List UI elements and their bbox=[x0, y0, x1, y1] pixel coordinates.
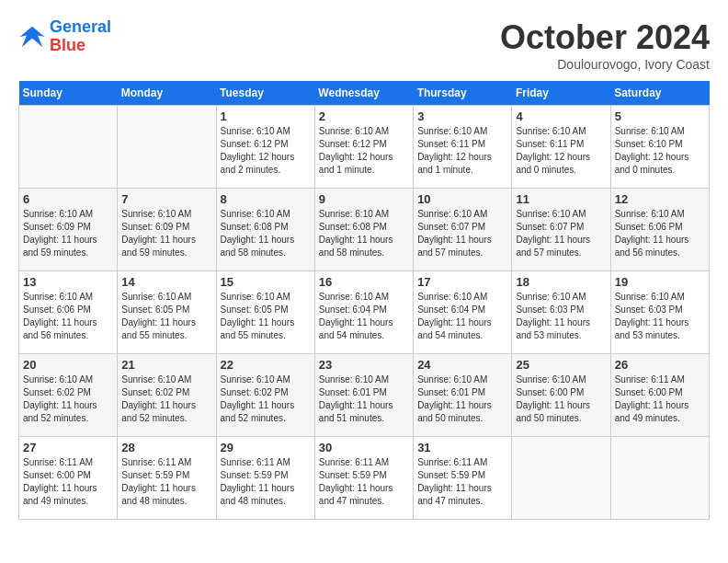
calendar-cell bbox=[512, 437, 610, 520]
page-header: General Blue October 2024 Doulourovogo, … bbox=[18, 18, 710, 72]
day-number: 10 bbox=[417, 192, 507, 206]
day-number: 6 bbox=[23, 192, 113, 206]
calendar-cell: 7Sunrise: 6:10 AM Sunset: 6:09 PM Daylig… bbox=[118, 189, 216, 271]
day-info: Sunrise: 6:10 AM Sunset: 6:05 PM Dayligh… bbox=[121, 291, 211, 342]
day-number: 4 bbox=[516, 109, 606, 123]
day-number: 2 bbox=[319, 109, 409, 123]
calendar-cell: 26Sunrise: 6:11 AM Sunset: 6:00 PM Dayli… bbox=[610, 354, 709, 437]
day-info: Sunrise: 6:11 AM Sunset: 6:00 PM Dayligh… bbox=[23, 456, 113, 508]
day-info: Sunrise: 6:10 AM Sunset: 6:12 PM Dayligh… bbox=[221, 125, 311, 177]
day-number: 18 bbox=[516, 275, 606, 289]
day-info: Sunrise: 6:10 AM Sunset: 6:07 PM Dayligh… bbox=[516, 208, 606, 259]
calendar-cell: 3Sunrise: 6:10 AM Sunset: 6:11 PM Daylig… bbox=[414, 106, 512, 189]
calendar-cell bbox=[118, 106, 216, 189]
day-info: Sunrise: 6:10 AM Sunset: 6:09 PM Dayligh… bbox=[23, 208, 113, 259]
day-info: Sunrise: 6:10 AM Sunset: 6:08 PM Dayligh… bbox=[319, 208, 409, 259]
calendar-cell: 29Sunrise: 6:11 AM Sunset: 5:59 PM Dayli… bbox=[216, 437, 314, 520]
calendar-week-4: 20Sunrise: 6:10 AM Sunset: 6:02 PM Dayli… bbox=[19, 354, 710, 437]
day-info: Sunrise: 6:10 AM Sunset: 6:04 PM Dayligh… bbox=[319, 291, 409, 342]
svg-marker-0 bbox=[20, 27, 45, 48]
calendar-cell: 4Sunrise: 6:10 AM Sunset: 6:11 PM Daylig… bbox=[512, 106, 610, 189]
calendar-cell: 1Sunrise: 6:10 AM Sunset: 6:12 PM Daylig… bbox=[216, 106, 314, 189]
weekday-friday: Friday bbox=[512, 81, 610, 106]
weekday-saturday: Saturday bbox=[610, 81, 709, 106]
day-number: 24 bbox=[417, 358, 507, 372]
day-number: 17 bbox=[417, 275, 507, 289]
day-number: 16 bbox=[319, 275, 409, 289]
day-number: 11 bbox=[516, 192, 606, 206]
calendar-cell: 27Sunrise: 6:11 AM Sunset: 6:00 PM Dayli… bbox=[19, 437, 118, 520]
day-info: Sunrise: 6:10 AM Sunset: 6:02 PM Dayligh… bbox=[121, 373, 211, 425]
day-info: Sunrise: 6:11 AM Sunset: 5:59 PM Dayligh… bbox=[417, 456, 507, 508]
weekday-tuesday: Tuesday bbox=[216, 81, 314, 106]
day-info: Sunrise: 6:10 AM Sunset: 6:01 PM Dayligh… bbox=[319, 373, 409, 425]
day-number: 13 bbox=[23, 275, 113, 289]
logo: General Blue bbox=[18, 18, 111, 55]
calendar-cell: 6Sunrise: 6:10 AM Sunset: 6:09 PM Daylig… bbox=[19, 189, 118, 271]
day-number: 15 bbox=[221, 275, 311, 289]
calendar-cell: 15Sunrise: 6:10 AM Sunset: 6:05 PM Dayli… bbox=[216, 271, 314, 354]
day-number: 19 bbox=[615, 275, 705, 289]
logo-text: General Blue bbox=[50, 18, 111, 55]
calendar-cell: 8Sunrise: 6:10 AM Sunset: 6:08 PM Daylig… bbox=[216, 189, 314, 271]
calendar-table: SundayMondayTuesdayWednesdayThursdayFrid… bbox=[18, 81, 710, 520]
day-info: Sunrise: 6:10 AM Sunset: 6:10 PM Dayligh… bbox=[615, 125, 705, 177]
calendar-cell: 13Sunrise: 6:10 AM Sunset: 6:06 PM Dayli… bbox=[19, 271, 118, 354]
calendar-cell: 11Sunrise: 6:10 AM Sunset: 6:07 PM Dayli… bbox=[512, 189, 610, 271]
calendar-cell: 19Sunrise: 6:10 AM Sunset: 6:03 PM Dayli… bbox=[610, 271, 709, 354]
day-number: 30 bbox=[319, 441, 409, 454]
calendar-cell: 2Sunrise: 6:10 AM Sunset: 6:12 PM Daylig… bbox=[314, 106, 413, 189]
day-number: 22 bbox=[221, 358, 311, 372]
day-info: Sunrise: 6:10 AM Sunset: 6:00 PM Dayligh… bbox=[516, 373, 606, 425]
calendar-cell: 20Sunrise: 6:10 AM Sunset: 6:02 PM Dayli… bbox=[19, 354, 118, 437]
calendar-cell: 5Sunrise: 6:10 AM Sunset: 6:10 PM Daylig… bbox=[610, 106, 709, 189]
day-number: 23 bbox=[319, 358, 409, 372]
day-number: 21 bbox=[121, 358, 211, 372]
month-title: October 2024 bbox=[500, 18, 710, 57]
day-number: 28 bbox=[121, 441, 211, 454]
day-number: 3 bbox=[417, 109, 507, 123]
calendar-week-1: 1Sunrise: 6:10 AM Sunset: 6:12 PM Daylig… bbox=[19, 106, 710, 189]
logo-icon bbox=[18, 23, 46, 51]
weekday-monday: Monday bbox=[118, 81, 216, 106]
day-info: Sunrise: 6:10 AM Sunset: 6:11 PM Dayligh… bbox=[417, 125, 507, 177]
weekday-wednesday: Wednesday bbox=[314, 81, 413, 106]
calendar-cell: 28Sunrise: 6:11 AM Sunset: 5:59 PM Dayli… bbox=[118, 437, 216, 520]
day-info: Sunrise: 6:10 AM Sunset: 6:01 PM Dayligh… bbox=[417, 373, 507, 425]
calendar-cell: 31Sunrise: 6:11 AM Sunset: 5:59 PM Dayli… bbox=[414, 437, 512, 520]
calendar-week-5: 27Sunrise: 6:11 AM Sunset: 6:00 PM Dayli… bbox=[19, 437, 710, 520]
day-number: 14 bbox=[121, 275, 211, 289]
calendar-cell: 16Sunrise: 6:10 AM Sunset: 6:04 PM Dayli… bbox=[314, 271, 413, 354]
day-info: Sunrise: 6:10 AM Sunset: 6:03 PM Dayligh… bbox=[615, 291, 705, 342]
location: Doulourovogo, Ivory Coast bbox=[500, 57, 710, 72]
day-info: Sunrise: 6:11 AM Sunset: 5:59 PM Dayligh… bbox=[121, 456, 211, 508]
day-info: Sunrise: 6:10 AM Sunset: 6:02 PM Dayligh… bbox=[23, 373, 113, 425]
day-info: Sunrise: 6:11 AM Sunset: 5:59 PM Dayligh… bbox=[221, 456, 311, 508]
day-number: 29 bbox=[221, 441, 311, 454]
day-info: Sunrise: 6:11 AM Sunset: 6:00 PM Dayligh… bbox=[615, 373, 705, 425]
title-block: October 2024 Doulourovogo, Ivory Coast bbox=[500, 18, 710, 72]
day-info: Sunrise: 6:10 AM Sunset: 6:06 PM Dayligh… bbox=[23, 291, 113, 342]
day-number: 25 bbox=[516, 358, 606, 372]
day-info: Sunrise: 6:10 AM Sunset: 6:05 PM Dayligh… bbox=[221, 291, 311, 342]
calendar-body: 1Sunrise: 6:10 AM Sunset: 6:12 PM Daylig… bbox=[19, 106, 710, 520]
calendar-week-3: 13Sunrise: 6:10 AM Sunset: 6:06 PM Dayli… bbox=[19, 271, 710, 354]
day-number: 20 bbox=[23, 358, 113, 372]
weekday-thursday: Thursday bbox=[414, 81, 512, 106]
calendar-cell: 22Sunrise: 6:10 AM Sunset: 6:02 PM Dayli… bbox=[216, 354, 314, 437]
day-info: Sunrise: 6:10 AM Sunset: 6:12 PM Dayligh… bbox=[319, 125, 409, 177]
day-info: Sunrise: 6:10 AM Sunset: 6:11 PM Dayligh… bbox=[516, 125, 606, 177]
calendar-cell: 30Sunrise: 6:11 AM Sunset: 5:59 PM Dayli… bbox=[314, 437, 413, 520]
calendar-cell: 24Sunrise: 6:10 AM Sunset: 6:01 PM Dayli… bbox=[414, 354, 512, 437]
calendar-cell bbox=[19, 106, 118, 189]
day-info: Sunrise: 6:10 AM Sunset: 6:08 PM Dayligh… bbox=[221, 208, 311, 259]
calendar-cell: 21Sunrise: 6:10 AM Sunset: 6:02 PM Dayli… bbox=[118, 354, 216, 437]
day-number: 7 bbox=[121, 192, 211, 206]
day-number: 8 bbox=[221, 192, 311, 206]
day-number: 5 bbox=[615, 109, 705, 123]
calendar-cell bbox=[610, 437, 709, 520]
day-info: Sunrise: 6:10 AM Sunset: 6:04 PM Dayligh… bbox=[417, 291, 507, 342]
calendar-week-2: 6Sunrise: 6:10 AM Sunset: 6:09 PM Daylig… bbox=[19, 189, 710, 271]
calendar-cell: 14Sunrise: 6:10 AM Sunset: 6:05 PM Dayli… bbox=[118, 271, 216, 354]
calendar-cell: 17Sunrise: 6:10 AM Sunset: 6:04 PM Dayli… bbox=[414, 271, 512, 354]
